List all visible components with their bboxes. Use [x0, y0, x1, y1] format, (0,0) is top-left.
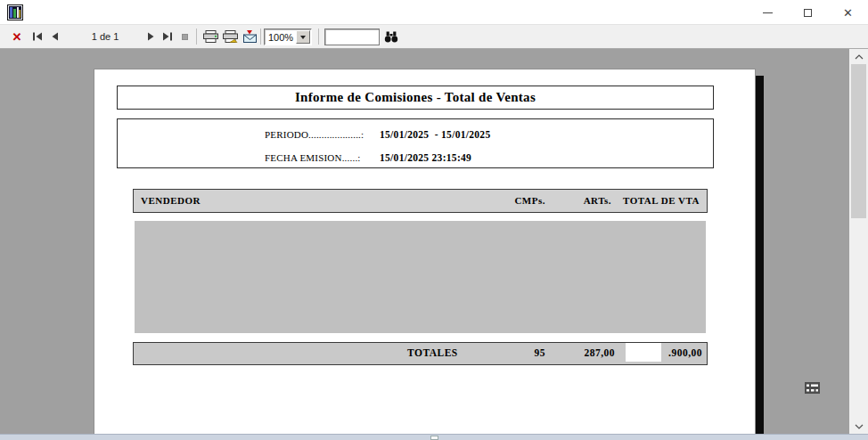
redacted-data-block	[135, 221, 706, 333]
toolbar-separator	[260, 29, 261, 45]
zoom-value: 100%	[265, 32, 296, 43]
report-page: Informe de Comisiones - Total de Ventas …	[94, 69, 756, 434]
last-page-button[interactable]	[160, 25, 176, 48]
horizontal-scrollbar[interactable]	[0, 434, 868, 440]
next-page-button[interactable]	[143, 25, 160, 48]
report-header-box: PERIODO....................: 15/01/2025 …	[117, 118, 714, 168]
toolbar-separator	[196, 29, 197, 45]
find-button[interactable]	[382, 25, 400, 48]
totals-arts-value: 287,00	[584, 343, 615, 363]
emission-row: FECHA EMISION......: 15/01/2025 23:15:49	[265, 149, 471, 165]
toolbar-separator	[318, 29, 319, 45]
stop-icon	[182, 34, 188, 40]
column-header-vendedor: VENDEDOR	[141, 190, 201, 211]
printer-setup-icon	[223, 30, 238, 43]
close-report-icon: ✕	[12, 30, 22, 44]
stop-loading-button[interactable]	[177, 25, 192, 48]
report-viewer-window: ✕ ✕ 1 de 1	[0, 0, 868, 440]
close-report-button[interactable]: ✕	[9, 25, 25, 48]
page-indicator: 1 de 1	[78, 25, 132, 48]
totals-cmps-value: 95	[535, 343, 546, 363]
report-preview-area[interactable]: Informe de Comisiones - Total de Ventas …	[0, 49, 849, 434]
first-page-button[interactable]	[29, 25, 45, 48]
emission-label: FECHA EMISION......:	[265, 152, 376, 163]
chevron-down-icon	[855, 424, 864, 429]
period-row: PERIODO....................: 15/01/2025 …	[265, 126, 490, 142]
minimize-icon	[763, 12, 773, 13]
export-button[interactable]	[241, 25, 258, 48]
app-icon	[7, 4, 23, 20]
report-title-box: Informe de Comisiones - Total de Ventas	[117, 86, 714, 110]
first-page-icon	[32, 32, 43, 41]
titlebar: ✕	[0, 0, 868, 25]
scroll-down-button[interactable]	[849, 419, 868, 434]
chevron-up-icon	[855, 54, 864, 60]
period-value: 15/01/2025 - 15/01/2025	[380, 129, 490, 140]
zoom-dropdown-button[interactable]	[296, 30, 310, 44]
last-page-icon	[162, 32, 173, 41]
column-header-cmps: CMPs.	[514, 190, 545, 211]
maximize-button[interactable]	[788, 0, 828, 25]
report-title: Informe de Comisiones - Total de Ventas	[295, 90, 536, 105]
window-controls: ✕	[748, 0, 868, 25]
print-button[interactable]	[201, 25, 219, 48]
column-header-arts: ARTs.	[584, 190, 611, 211]
table-header-row: VENDEDOR CMPs. ARTs. TOTAL DE VTA	[133, 189, 708, 213]
totals-total-value: .900,00	[668, 343, 702, 363]
page-shadow	[756, 76, 764, 434]
emission-value: 15/01/2025 23:15:49	[380, 152, 471, 163]
scrollbar-handle[interactable]	[430, 436, 438, 440]
vertical-scrollbar[interactable]	[849, 49, 868, 434]
search-text-input[interactable]	[324, 29, 380, 45]
minimize-button[interactable]	[748, 0, 788, 25]
export-envelope-icon	[242, 30, 258, 43]
close-icon: ✕	[843, 7, 853, 19]
totals-row: TOTALES 95 287,00 .900,00	[133, 342, 708, 365]
maximize-icon	[804, 9, 812, 17]
binoculars-icon	[384, 31, 398, 43]
grid-icon	[805, 381, 820, 393]
printer-icon	[203, 30, 218, 43]
chevron-down-icon	[300, 36, 306, 39]
column-header-total-de-vta: TOTAL DE VTA	[623, 190, 700, 211]
scroll-up-button[interactable]	[849, 49, 868, 64]
totals-label: TOTALES	[407, 343, 458, 363]
previous-page-icon	[50, 32, 59, 41]
zoom-combobox[interactable]: 100%	[264, 29, 312, 45]
period-label: PERIODO....................:	[265, 129, 376, 140]
toolbar: ✕ 1 de 1	[0, 25, 868, 49]
next-page-icon	[147, 32, 156, 41]
previous-page-button[interactable]	[46, 25, 62, 48]
print-setup-button[interactable]	[221, 25, 239, 48]
scrollbar-thumb[interactable]	[851, 64, 866, 218]
close-button[interactable]: ✕	[828, 0, 868, 25]
redaction-patch	[626, 343, 661, 362]
